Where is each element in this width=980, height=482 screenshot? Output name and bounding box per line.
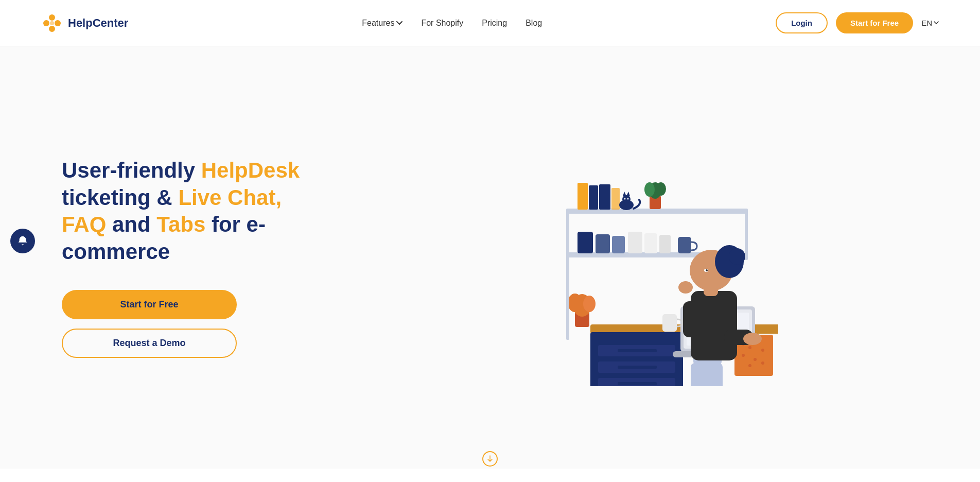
- svg-point-50: [761, 349, 764, 352]
- svg-point-54: [761, 361, 764, 365]
- svg-point-16: [627, 198, 629, 200]
- login-button[interactable]: Login: [776, 12, 828, 33]
- svg-point-48: [748, 346, 751, 349]
- svg-point-53: [748, 364, 751, 367]
- svg-rect-8: [589, 185, 598, 210]
- svg-point-19: [644, 182, 655, 197]
- chevron-down-icon: [396, 21, 402, 25]
- svg-rect-35: [618, 349, 657, 352]
- hero-image: [490, 129, 778, 386]
- svg-marker-14: [626, 192, 630, 196]
- svg-point-52: [754, 358, 757, 361]
- svg-point-0: [49, 14, 55, 21]
- svg-rect-7: [577, 183, 588, 210]
- svg-rect-23: [612, 236, 625, 253]
- svg-marker-13: [623, 192, 626, 196]
- notification-bell[interactable]: [10, 229, 35, 253]
- svg-rect-71: [566, 209, 569, 340]
- language-selector[interactable]: EN: [921, 19, 939, 27]
- svg-rect-45: [662, 314, 677, 332]
- svg-rect-56: [691, 363, 723, 386]
- svg-rect-27: [678, 237, 691, 253]
- svg-rect-39: [618, 382, 657, 385]
- hero-heading: User-friendly HelpDesk ticketing & Live …: [62, 157, 309, 265]
- svg-point-2: [55, 20, 61, 26]
- svg-rect-25: [644, 233, 657, 253]
- logo-link[interactable]: HelpCenter: [41, 12, 128, 34]
- svg-point-67: [729, 248, 745, 265]
- svg-rect-24: [628, 232, 642, 253]
- svg-point-30: [568, 294, 582, 312]
- svg-point-3: [49, 26, 55, 32]
- nav-item-blog[interactable]: Blog: [526, 19, 542, 27]
- nav-item-pricing[interactable]: Pricing: [482, 19, 507, 27]
- hero-demo-button[interactable]: Request a Demo: [62, 329, 237, 358]
- svg-point-15: [624, 198, 626, 200]
- svg-rect-22: [596, 234, 610, 253]
- svg-rect-9: [599, 184, 610, 210]
- svg-point-1: [43, 20, 49, 26]
- chevron-down-icon: [934, 21, 939, 25]
- logo-text: HelpCenter: [68, 16, 128, 30]
- svg-point-63: [678, 281, 693, 294]
- svg-point-61: [743, 333, 762, 345]
- navbar: HelpCenter Features For Shopify Pricing …: [0, 0, 980, 46]
- start-free-button[interactable]: Start for Free: [836, 12, 913, 33]
- nav-item-shopify[interactable]: For Shopify: [421, 19, 463, 27]
- scroll-indicator[interactable]: [482, 451, 498, 467]
- svg-rect-37: [618, 366, 657, 369]
- svg-point-20: [656, 182, 666, 196]
- scroll-down-icon: [487, 455, 493, 462]
- svg-point-69: [706, 269, 708, 271]
- hero-illustration: [329, 129, 939, 386]
- hero-start-free-button[interactable]: Start for Free: [62, 290, 237, 319]
- svg-rect-26: [659, 235, 671, 253]
- hero-content: User-friendly HelpDesk ticketing & Live …: [62, 157, 309, 358]
- svg-point-4: [50, 21, 54, 25]
- svg-rect-10: [611, 188, 620, 210]
- svg-point-51: [742, 354, 745, 357]
- nav-links: Features For Shopify Pricing Blog: [362, 19, 542, 28]
- svg-rect-72: [745, 209, 748, 260]
- nav-actions: Login Start for Free EN: [776, 12, 939, 33]
- logo-icon: [41, 12, 63, 34]
- hero-section: User-friendly HelpDesk ticketing & Live …: [0, 46, 980, 469]
- svg-point-12: [622, 195, 631, 203]
- bell-icon: [17, 235, 28, 247]
- svg-rect-21: [577, 232, 593, 253]
- svg-rect-62: [683, 301, 698, 337]
- svg-point-31: [583, 296, 596, 312]
- nav-item-features[interactable]: Features: [362, 19, 402, 28]
- hero-buttons: Start for Free Request a Demo: [62, 290, 309, 358]
